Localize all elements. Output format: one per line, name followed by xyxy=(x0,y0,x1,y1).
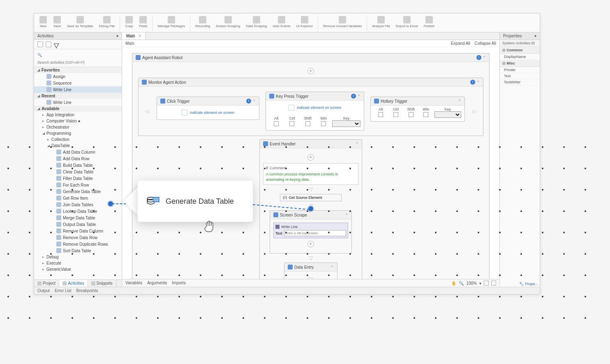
zoom-tool-icon[interactable]: 🔍 xyxy=(459,281,464,286)
prop-textwriter[interactable]: TextWriter xyxy=(500,79,540,85)
ribbon-save-as-template[interactable]: Save as Template xyxy=(65,15,95,29)
shift-checkbox[interactable] xyxy=(305,121,310,126)
ctrl-checkbox[interactable] xyxy=(393,112,398,117)
key-dropdown[interactable] xyxy=(434,111,461,118)
designer-tab-variables[interactable]: Variables xyxy=(125,281,142,285)
collapse-all-link[interactable]: Collapse All xyxy=(475,41,496,46)
tree-genericvalue[interactable]: ▸GenericValue xyxy=(34,266,122,272)
ribbon-remove-unused-variables[interactable]: Remove Unused Variables xyxy=(321,15,365,29)
props-group-common[interactable]: ⊟ Common xyxy=(500,47,540,54)
ctrl-checkbox[interactable] xyxy=(289,121,294,126)
status-breakpoints[interactable]: Breakpoints xyxy=(76,288,98,293)
indicate-element-link[interactable]: Indicate element on screen xyxy=(157,106,259,120)
collapse-icon[interactable]: ⌃ xyxy=(330,265,334,270)
tree-write-line[interactable]: Write Line xyxy=(34,86,122,93)
collapse-icon[interactable]: ⌃ xyxy=(345,213,348,217)
tree-computer-vision-●[interactable]: ▸Computer Vision ● xyxy=(34,118,122,124)
designer-tab-main[interactable]: Main × xyxy=(122,32,146,39)
tab-activities[interactable]: Activities xyxy=(59,280,88,287)
info-icon[interactable]: i xyxy=(470,80,475,85)
write-line-text-input[interactable] xyxy=(284,230,346,236)
prop-private[interactable]: Private xyxy=(500,67,540,73)
collapse-all-icon[interactable] xyxy=(46,41,51,47)
tree-for-each-row[interactable]: For Each Row xyxy=(34,182,122,188)
tree-merge-data-table[interactable]: Merge Data Table xyxy=(34,214,122,221)
ribbon-paste[interactable]: Paste xyxy=(136,15,150,29)
filter-icon[interactable]: ▽ xyxy=(54,41,60,47)
ribbon-export-to-excel[interactable]: Export to Excel xyxy=(393,15,421,29)
hand-tool-icon[interactable]: ✋ xyxy=(451,281,456,286)
ribbon-copy[interactable]: Copy xyxy=(122,15,136,29)
tree-collection[interactable]: ▸Collection xyxy=(34,136,122,143)
properties-footer-tab[interactable]: Prope... xyxy=(525,282,538,286)
props-group-misc[interactable]: ⊟ Misc xyxy=(500,60,540,67)
tree-lookup-data-table[interactable]: Lookup Data Table xyxy=(34,208,122,214)
add-activity-button[interactable]: + xyxy=(307,154,314,161)
collapse-icon[interactable]: ⌃ xyxy=(357,94,360,99)
tree-filter-data-table[interactable]: Filter Data Table xyxy=(34,175,122,182)
expand-all-icon[interactable] xyxy=(37,41,43,47)
tree-execute[interactable]: ▸Execute xyxy=(34,260,122,266)
tree-get-row-item[interactable]: Get Row Item xyxy=(34,195,122,201)
key-press-trigger[interactable]: Key Press Trigger i ⌃ Indicate element o… xyxy=(266,92,364,131)
ribbon-publish[interactable]: Publish xyxy=(421,15,437,29)
tree-programming[interactable]: ◢Programming xyxy=(34,130,122,136)
ribbon-new[interactable]: New xyxy=(37,15,50,29)
collapse-icon[interactable]: ⌃ xyxy=(252,99,256,104)
tree-remove-data-row[interactable]: Remove Data Row xyxy=(34,234,122,241)
tree-section-available[interactable]: ◢Available xyxy=(34,106,122,112)
tree-section-favorites[interactable]: ◢Favorites xyxy=(34,67,122,73)
ribbon-analyze-file[interactable]: Analyze File xyxy=(370,15,393,29)
search-input[interactable] xyxy=(37,60,118,65)
ribbon-debug-file[interactable]: Debug File xyxy=(96,15,117,29)
ribbon-recording[interactable]: Recording xyxy=(193,15,213,29)
collapse-icon[interactable]: ⌃ xyxy=(483,55,486,60)
status-output[interactable]: Output xyxy=(37,288,50,293)
key-dropdown[interactable] xyxy=(332,120,360,127)
prop-text[interactable]: Text xyxy=(500,73,540,79)
fit-screen-icon[interactable] xyxy=(484,281,489,286)
tab-snippets[interactable]: Snippets xyxy=(88,280,116,287)
tree-remove-duplicate-rows[interactable]: Remove Duplicate Rows xyxy=(34,241,122,247)
tree-app-integration[interactable]: ▸App Integration xyxy=(34,112,122,118)
breadcrumb[interactable]: Main xyxy=(125,41,134,46)
tree-section-recent[interactable]: ◢Recent xyxy=(34,93,122,99)
get-source-element[interactable]: ⟨/⟩ Get Source Element xyxy=(280,194,342,201)
nav-right-icon[interactable]: ▷ xyxy=(471,108,478,114)
collapse-icon[interactable]: ⌃ xyxy=(458,99,461,104)
zoom-level[interactable]: 100% xyxy=(466,281,477,286)
win-checkbox[interactable] xyxy=(423,112,428,117)
data-entry[interactable]: Data Entry ⌃ + Drop Activity Here + xyxy=(284,263,337,279)
ribbon-ui-explorer[interactable]: UI Explorer xyxy=(294,15,315,29)
tree-clear-data-table[interactable]: Clear Data Table xyxy=(34,168,122,175)
designer-tab-imports[interactable]: Imports xyxy=(172,281,185,285)
add-activity-button[interactable]: + xyxy=(307,277,314,279)
info-icon[interactable]: i xyxy=(246,99,251,104)
shift-checkbox[interactable] xyxy=(409,112,414,117)
tree-debug[interactable]: ▸Debug xyxy=(34,254,122,260)
close-icon[interactable]: × xyxy=(139,34,141,38)
comment-activity[interactable]: //Comment A common process improvement c… xyxy=(263,163,358,185)
write-line-activity[interactable]: Write Line Text xyxy=(273,223,348,238)
tree-remove-data-column[interactable]: Remove Data Column xyxy=(34,228,122,234)
add-activity-button[interactable]: + xyxy=(307,241,314,247)
tree-add-data-row[interactable]: Add Data Row xyxy=(34,155,122,162)
tree-add-data-column[interactable]: Add Data Column xyxy=(34,149,122,155)
tab-project[interactable]: Project xyxy=(34,280,59,287)
designer-tab-arguments[interactable]: Arguments xyxy=(147,281,167,285)
collapse-icon[interactable]: ⌃ xyxy=(476,80,480,85)
tree-write-line[interactable]: Write Line xyxy=(34,99,122,106)
tree-orchestrator[interactable]: ▸Orchestrator xyxy=(34,124,122,130)
agent-assistant-robot[interactable]: Agent Assistant Robot i ⌃ + Monitor Agen… xyxy=(132,53,490,279)
panel-pin-icon[interactable]: ▾ xyxy=(116,34,118,38)
wrench-icon[interactable]: 🔧 xyxy=(519,282,524,286)
tree-sort-data-table[interactable]: Sort Data Table xyxy=(34,247,122,254)
chevron-down-icon[interactable]: ▾ xyxy=(479,281,481,286)
tree-output-data-table[interactable]: Output Data Table xyxy=(34,221,122,228)
collapse-icon[interactable]: ⌃ xyxy=(355,142,358,146)
expand-all-link[interactable]: Expand All xyxy=(451,41,470,46)
alt-checkbox[interactable] xyxy=(378,112,383,117)
tree-assign[interactable]: Assign xyxy=(34,73,122,80)
ribbon-user-events[interactable]: User Events xyxy=(270,15,293,29)
designer-canvas[interactable]: Agent Assistant Robot i ⌃ + Monitor Agen… xyxy=(122,47,499,279)
